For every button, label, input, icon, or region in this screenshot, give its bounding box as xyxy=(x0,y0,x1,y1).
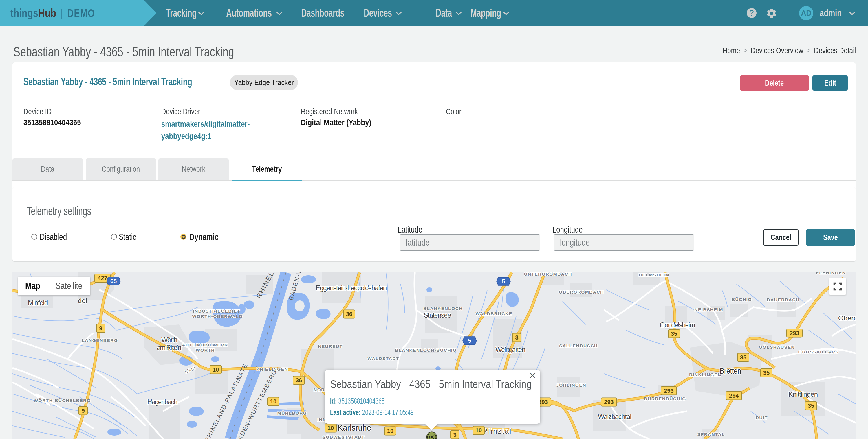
svg-text:WÖRTH: WÖRTH xyxy=(196,348,215,352)
svg-text:Hagenbach: Hagenbach xyxy=(147,398,178,406)
svg-text:9: 9 xyxy=(99,325,102,331)
svg-text:Pfinztal: Pfinztal xyxy=(483,427,511,435)
svg-text:INDUSTRIEGEBIET: INDUSTRIEGEBIET xyxy=(193,309,240,313)
svg-text:10: 10 xyxy=(213,366,219,373)
svg-text:WALDSTADT: WALDSTADT xyxy=(367,356,399,361)
svg-text:Gondelsheim: Gondelsheim xyxy=(660,321,695,329)
svg-text:HELMSHEIM: HELMSHEIM xyxy=(639,272,670,277)
svg-text:WÖRTH-OBERWALD: WÖRTH-OBERWALD xyxy=(192,314,243,319)
svg-text:UNTERGROMBACH: UNTERGROMBACH xyxy=(524,272,572,276)
svg-text:36: 36 xyxy=(296,377,302,383)
svg-text:SALLENBUSCH: SALLENBUSCH xyxy=(559,343,598,348)
svg-text:Karlsruhe: Karlsruhe xyxy=(338,423,371,432)
svg-text:JÖHLINGEN: JÖHLINGEN xyxy=(556,382,586,387)
svg-text:MÜHLBURG: MÜHLBURG xyxy=(277,411,307,415)
svg-text:Bretten: Bretten xyxy=(720,366,741,375)
svg-text:35: 35 xyxy=(671,331,677,337)
svg-text:35: 35 xyxy=(740,354,746,361)
svg-text:BLANKENLOCH-BÜCHIG: BLANKENLOCH-BÜCHIG xyxy=(395,348,457,352)
svg-text:Stutensee: Stutensee xyxy=(424,311,452,319)
svg-text:NEUREUT: NEUREUT xyxy=(318,344,342,349)
svg-text:Knittlingen: Knittlingen xyxy=(788,391,818,398)
svg-text:BAUERBACH: BAUERBACH xyxy=(767,297,799,302)
svg-text:RINKLINGEN: RINKLINGEN xyxy=(689,372,721,377)
svg-text:294: 294 xyxy=(729,393,739,399)
svg-text:Wörth: Wörth xyxy=(161,336,178,344)
svg-text:BÜCHIG: BÜCHIG xyxy=(732,297,752,302)
svg-text:RUIT: RUIT xyxy=(756,415,768,420)
svg-text:BLANKENLOCH: BLANKENLOCH xyxy=(423,306,463,311)
svg-text:SÜDWESTSTADT: SÜDWESTSTADT xyxy=(322,435,365,439)
svg-text:5: 5 xyxy=(502,278,505,284)
svg-text:10: 10 xyxy=(328,425,334,431)
svg-text:5: 5 xyxy=(468,337,471,344)
svg-text:35: 35 xyxy=(808,403,814,409)
svg-text:3: 3 xyxy=(515,334,518,341)
svg-text:am Rhein: am Rhein xyxy=(157,344,182,351)
svg-text:36: 36 xyxy=(346,311,352,317)
svg-text:FLEHINGEN: FLEHINGEN xyxy=(816,272,846,275)
svg-text:35: 35 xyxy=(763,370,770,376)
svg-text:427: 427 xyxy=(98,275,107,281)
svg-text:LANGENBERG: LANGENBERG xyxy=(82,338,118,343)
svg-text:WÖRTH-BÜCHELBERG: WÖRTH-BÜCHELBERG xyxy=(34,398,91,403)
svg-text:?: ? xyxy=(749,9,754,18)
svg-text:10: 10 xyxy=(475,427,482,434)
svg-text:Oberderdingen: Oberderdingen xyxy=(838,314,856,322)
svg-text:293: 293 xyxy=(664,387,674,394)
svg-text:Weingarten: Weingarten xyxy=(495,346,526,353)
svg-text:DÜRRENBÜCHIG: DÜRRENBÜCHIG xyxy=(644,396,686,401)
svg-text:GÖLSHAUSEN: GÖLSHAUSEN xyxy=(759,345,795,350)
svg-text:293: 293 xyxy=(604,399,614,405)
svg-text:WALDBRÜCKE: WALDBRÜCKE xyxy=(476,311,513,316)
svg-text:AUTOMOBILWERK: AUTOMOBILWERK xyxy=(182,342,228,347)
svg-text:Eggenstein-Leopoldshafen: Eggenstein-Leopoldshafen xyxy=(316,284,387,292)
svg-text:Minfeld: Minfeld xyxy=(28,299,48,307)
svg-text:293: 293 xyxy=(789,330,799,336)
svg-text:del: del xyxy=(78,297,87,305)
svg-text:10: 10 xyxy=(387,428,394,434)
svg-text:65: 65 xyxy=(110,278,117,284)
svg-text:9: 9 xyxy=(81,407,85,414)
svg-text:3: 3 xyxy=(453,432,456,438)
svg-text:GROSSVILLARS: GROSSVILLARS xyxy=(798,349,839,354)
svg-text:10: 10 xyxy=(270,398,277,405)
svg-text:NEIBSHEIM: NEIBSHEIM xyxy=(694,307,723,312)
svg-text:SPRANTAL: SPRANTAL xyxy=(697,432,725,437)
svg-text:OBERGROMBACH: OBERGROMBACH xyxy=(559,290,604,294)
svg-text:Walzbachtal: Walzbachtal xyxy=(598,413,631,420)
